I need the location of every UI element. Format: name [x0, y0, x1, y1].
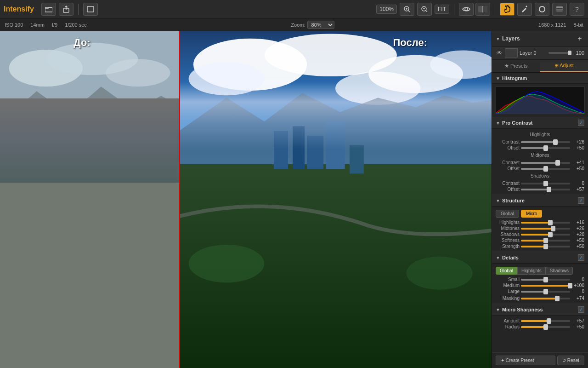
histogram-header[interactable]: ▼ Histogram — [492, 73, 588, 84]
micro-sharpness-collapse: ▼ — [496, 307, 500, 312]
circle-tool[interactable] — [535, 3, 549, 16]
struct-highlights-row: Highlights +16 — [496, 220, 584, 225]
help-button[interactable]: ? — [570, 3, 584, 16]
layer-row[interactable]: 👁 Layer 0 100 — [492, 46, 588, 60]
details-masking-track[interactable] — [521, 298, 570, 299]
struct-shadows-row: Shadows +20 — [496, 232, 584, 237]
struct-midtones-track[interactable] — [521, 228, 570, 230]
main-content: До: После: — [0, 31, 588, 368]
svg-point-9 — [539, 6, 545, 12]
svg-rect-35 — [350, 145, 364, 174]
after-label: После: — [393, 37, 427, 49]
add-layer-button[interactable]: + — [575, 34, 584, 43]
hand-tool[interactable] — [500, 3, 514, 16]
s-contrast-track[interactable] — [521, 183, 570, 184]
h-contrast-track[interactable] — [521, 141, 570, 143]
h-contrast-row: Contrast +26 — [496, 139, 584, 144]
details-medium-track[interactable] — [521, 285, 570, 287]
details-collapse: ▼ — [496, 255, 500, 260]
layer-visibility[interactable]: 👁 — [496, 49, 503, 57]
fullscreen-button[interactable] — [83, 3, 98, 16]
eye-tool[interactable] — [459, 3, 474, 16]
details-highlights-tab[interactable]: Highlights — [517, 267, 546, 275]
image-area[interactable]: До: После: — [0, 31, 492, 368]
m-offset-row: Offset +50 — [496, 166, 584, 171]
struct-softness-track[interactable] — [521, 240, 570, 242]
radius-track[interactable] — [521, 326, 570, 328]
reset-button[interactable]: ↺ Reset — [557, 356, 584, 365]
svg-rect-18 — [0, 147, 179, 368]
details-large-track[interactable] — [521, 291, 570, 293]
svg-rect-12 — [556, 11, 563, 12]
svg-rect-34 — [326, 121, 345, 169]
layers-title: Layers — [502, 35, 573, 42]
svg-rect-11 — [556, 9, 563, 11]
open-button[interactable] — [41, 3, 56, 16]
h-offset-row: Offset +50 — [496, 145, 584, 150]
zoom-fit[interactable]: FIT — [435, 5, 449, 14]
image-bitdepth: 8-bit — [574, 22, 583, 28]
details-medium-row: Medium +100 — [496, 283, 584, 288]
structure-header[interactable]: ▼ Structure ✓ — [492, 195, 588, 207]
m-offset-value: +50 — [571, 166, 584, 171]
structure-global-tab[interactable]: Global — [496, 210, 519, 218]
h-offset-track[interactable] — [521, 147, 570, 149]
details-small-row: Small 0 — [496, 277, 584, 282]
struct-highlights-value: +16 — [571, 220, 584, 225]
create-preset-button[interactable]: ✦ Create Preset — [496, 356, 555, 365]
pro-contrast-enable[interactable]: ✓ — [578, 120, 584, 126]
split-line[interactable] — [179, 31, 180, 368]
struct-highlights-label: Highlights — [496, 220, 520, 225]
details-masking-label: Masking — [496, 296, 520, 301]
presets-adjust-tabs: ★ Presets ⊞ Adjust — [492, 60, 588, 73]
focal-info: 14mm — [30, 22, 45, 28]
structure-collapse: ▼ — [496, 198, 500, 203]
layer-name: Layer 0 — [520, 50, 547, 56]
details-tabs: Global Highlights Shadows — [496, 265, 584, 276]
struct-strength-track[interactable] — [521, 246, 570, 247]
zoom-in-button[interactable] — [400, 3, 414, 16]
structure-micro-tab[interactable]: Micro — [521, 210, 542, 218]
micro-sharpness-enable[interactable]: ✓ — [578, 306, 584, 313]
layers-tool[interactable] — [552, 3, 567, 16]
svg-rect-31 — [274, 131, 288, 169]
presets-tab[interactable]: ★ Presets — [492, 60, 540, 72]
structure-enable[interactable]: ✓ — [578, 197, 584, 204]
m-offset-track[interactable] — [521, 168, 570, 170]
amount-track[interactable] — [521, 320, 570, 322]
separator-3 — [495, 4, 495, 15]
zoom-out-button[interactable] — [417, 3, 432, 16]
details-shadows-tab[interactable]: Shadows — [546, 267, 573, 275]
micro-sharpness-header[interactable]: ▼ Micro Sharpness ✓ — [492, 304, 588, 316]
zoom-percent[interactable]: 100% — [376, 5, 397, 14]
struct-strength-row: Strength +50 — [496, 244, 584, 249]
adjust-tab[interactable]: ⊞ Adjust — [540, 60, 588, 72]
separator-1 — [78, 4, 79, 15]
s-offset-track[interactable] — [521, 189, 570, 190]
struct-shadows-track[interactable] — [521, 234, 570, 236]
struct-softness-row: Softness +50 — [496, 238, 584, 243]
top-toolbar: Intensify 100% FIT ? — [0, 0, 588, 18]
pen-tool[interactable] — [517, 3, 532, 16]
export-button[interactable] — [59, 3, 74, 16]
zoom-select[interactable]: 80% 50% 100% FIT — [307, 21, 334, 29]
details-global-tab[interactable]: Global — [496, 267, 517, 275]
details-small-track[interactable] — [521, 279, 570, 281]
s-contrast-value: 0 — [571, 181, 584, 186]
amount-label: Amount — [496, 318, 520, 323]
struct-shadows-label: Shadows — [496, 232, 520, 237]
m-contrast-track[interactable] — [521, 162, 570, 164]
svg-point-37 — [407, 257, 473, 290]
layer-opacity-slider[interactable] — [548, 52, 571, 54]
details-header[interactable]: ▼ Details ✓ — [492, 252, 588, 264]
structure-sliders: Global Micro Highlights +16 Midtones +26 — [492, 207, 588, 252]
svg-rect-2 — [87, 6, 94, 12]
split-tool[interactable] — [475, 3, 490, 16]
pro-contrast-header[interactable]: ▼ Pro Contrast ✓ — [492, 117, 588, 129]
svg-point-5 — [465, 8, 468, 11]
after-image — [179, 31, 492, 368]
layers-collapse[interactable]: ▼ — [496, 36, 500, 41]
struct-highlights-track[interactable] — [521, 222, 570, 224]
details-medium-label: Medium — [496, 283, 520, 288]
details-enable[interactable]: ✓ — [578, 254, 584, 261]
